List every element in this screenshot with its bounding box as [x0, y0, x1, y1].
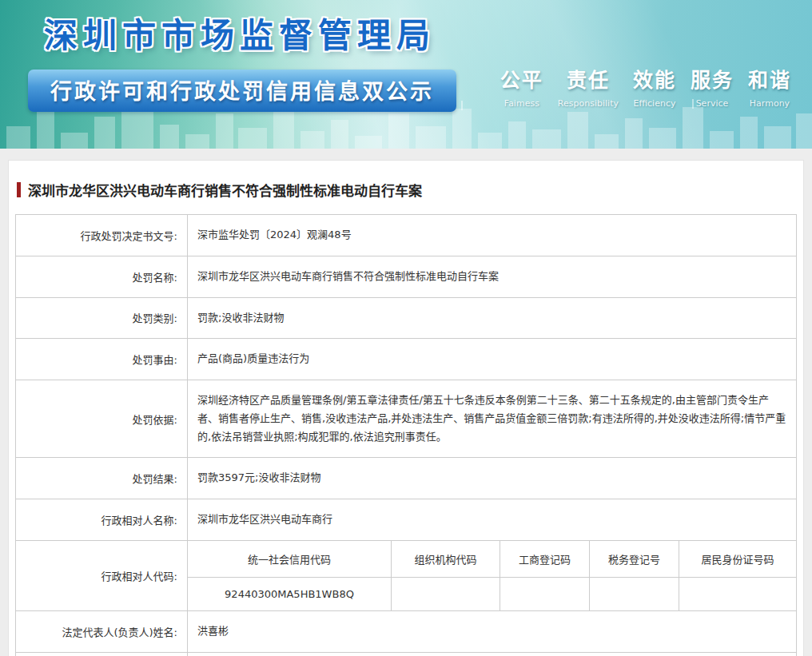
row-value: 深圳经济特区产品质量管理条例/第五章法律责任/第五十七条违反本条例第二十三条、第… — [188, 380, 797, 458]
slogan-cn: 公平 — [500, 64, 543, 93]
slogan-en: Harmony — [748, 98, 791, 109]
table-row: 处罚决定日期: 2024-03-25 — [16, 652, 797, 656]
code-column-header: 税务登记号 — [590, 540, 679, 577]
code-column-header: 统一社会信用代码 — [188, 540, 392, 577]
penalty-info-table: 行政处罚决定书文号: 深市监华处罚〔2024〕观澜48号 处罚名称: 深圳市龙华… — [15, 214, 797, 656]
slogan-item: 公平 Faimess — [500, 64, 543, 109]
row-value: 深圳市龙华区洪兴电动车商行销售不符合强制性标准电动自行车案 — [188, 256, 797, 297]
row-label: 处罚类别: — [16, 297, 188, 339]
row-value: 罚款;没收非法财物 — [188, 297, 797, 339]
slogan-en: Efficiency — [633, 98, 676, 109]
table-row: 处罚名称: 深圳市龙华区洪兴电动车商行销售不符合强制性标准电动自行车案 — [16, 256, 797, 297]
title-accent-bar — [17, 182, 21, 197]
row-label: 行政处罚决定书文号: — [16, 215, 188, 256]
slogan-item: 效能 Efficiency — [633, 64, 676, 109]
row-value: 深市监华处罚〔2024〕观澜48号 — [188, 215, 797, 256]
table-row: 处罚结果: 罚款3597元;没收非法财物 — [16, 458, 797, 499]
slogan-cn: 和谐 — [748, 64, 791, 93]
slogan-en: Faimess — [500, 98, 543, 109]
row-label: 处罚依据: — [16, 380, 188, 458]
table-row: 法定代表人(负责人)姓名: 洪喜彬 — [16, 610, 797, 652]
table-row: 处罚依据: 深圳经济特区产品质量管理条例/第五章法律责任/第五十七条违反本条例第… — [16, 380, 797, 458]
case-title-row: 深圳市龙华区洪兴电动车商行销售不符合强制性标准电动自行车案 — [15, 177, 797, 214]
code-column-header: 工商登记码 — [500, 540, 590, 577]
content-panel: 深圳市龙华区洪兴电动车商行销售不符合强制性标准电动自行车案 行政处罚决定书文号:… — [8, 160, 804, 656]
row-label: 处罚结果: — [16, 458, 188, 499]
code-value — [679, 577, 797, 610]
slogan-cn: 服务 — [691, 64, 734, 93]
code-value — [392, 577, 500, 610]
row-value: 2024-03-25 — [188, 652, 797, 656]
code-value: 92440300MA5HB1WB8Q — [188, 577, 392, 610]
row-label: 法定代表人(负责人)姓名: — [16, 610, 188, 652]
code-value — [590, 577, 679, 610]
row-value: 深圳市龙华区洪兴电动车商行 — [188, 499, 797, 541]
slogan-en: Service — [691, 98, 734, 109]
site-title: 深圳市市场监督管理局 — [44, 8, 812, 57]
header-banner: 深圳市市场监督管理局 行政许可和行政处罚信用信息双公示 公平 Faimess 责… — [0, 0, 812, 149]
row-label: 处罚事由: — [16, 339, 188, 380]
slogan-cn: 责任 — [558, 64, 619, 93]
slogan-item: 和谐 Harmony — [748, 64, 791, 109]
table-row: 处罚类别: 罚款;没收非法财物 — [16, 297, 797, 339]
banner-subtitle: 行政许可和行政处罚信用信息双公示 — [28, 70, 456, 112]
table-row: 处罚事由: 产品(商品)质量违法行为 — [16, 339, 797, 380]
slogan-en: Responsibility — [558, 98, 619, 109]
slogan: 公平 Faimess 责任 Responsibility 效能 Efficien… — [500, 64, 791, 109]
row-label: 处罚名称: — [16, 256, 188, 297]
row-value: 洪喜彬 — [188, 610, 797, 652]
code-value — [500, 577, 590, 610]
row-value: 产品(商品)质量违法行为 — [188, 339, 797, 380]
row-label: 行政相对人代码: — [16, 540, 188, 610]
slogan-item: 服务 Service — [691, 64, 734, 109]
row-value: 罚款3597元;没收非法财物 — [188, 458, 797, 499]
page-title: 深圳市龙华区洪兴电动车商行销售不符合强制性标准电动自行车案 — [28, 180, 422, 200]
party-code-header-row: 行政相对人代码: 统一社会信用代码 组织机构代码 工商登记码 税务登记号 居民身… — [16, 540, 797, 577]
table-row: 行政相对人名称: 深圳市龙华区洪兴电动车商行 — [16, 499, 797, 541]
slogan-item: 责任 Responsibility — [558, 64, 619, 109]
row-label: 行政相对人名称: — [16, 499, 188, 541]
row-label: 处罚决定日期: — [16, 652, 188, 656]
table-row: 行政处罚决定书文号: 深市监华处罚〔2024〕观澜48号 — [16, 215, 797, 256]
code-column-header: 居民身份证号码 — [679, 540, 797, 577]
slogan-cn: 效能 — [633, 64, 676, 93]
code-column-header: 组织机构代码 — [392, 540, 500, 577]
